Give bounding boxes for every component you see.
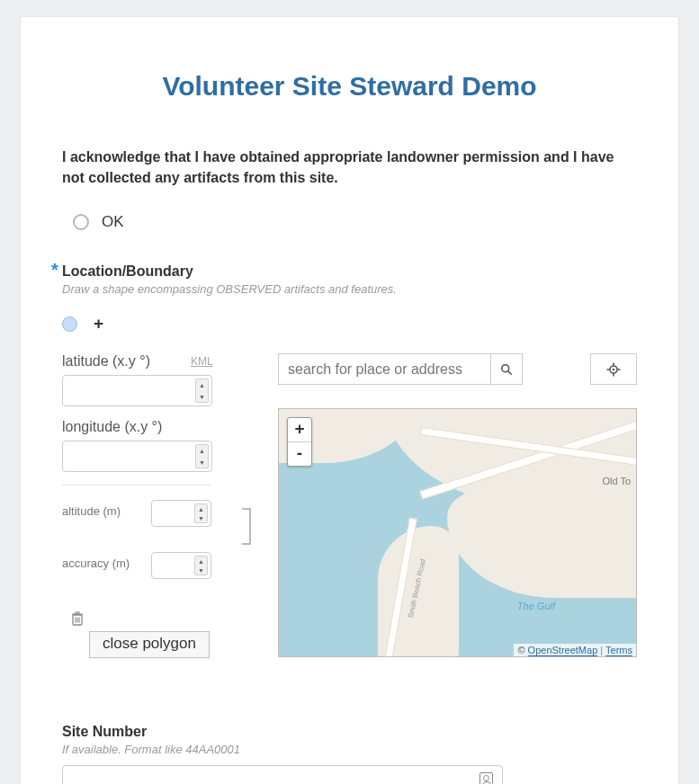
longitude-input[interactable]: ▲ ▼	[62, 441, 212, 472]
chevron-down-icon[interactable]: ▼	[196, 391, 208, 403]
polygon-actions: close polygon	[62, 610, 278, 658]
latitude-label: latitude (x.y °)	[62, 353, 278, 370]
stepper-icon[interactable]: ▲ ▼	[194, 503, 208, 523]
contact-card-icon[interactable]	[479, 772, 493, 784]
osm-link[interactable]: OpenStreetMap	[528, 645, 598, 656]
zoom-out-button[interactable]: -	[288, 441, 311, 466]
geolocate-button[interactable]	[590, 353, 637, 385]
attribution-prefix: ©	[517, 645, 527, 655]
search-box	[278, 353, 523, 385]
map-attribution: © OpenStreetMap | Terms	[514, 644, 636, 656]
acknowledgement-text: I acknowledge that I have obtained appro…	[62, 147, 637, 188]
altitude-input[interactable]: ▲ ▼	[151, 500, 211, 527]
bracket-icon	[242, 508, 251, 545]
site-number-section: Site Number If available. Format like 44…	[62, 724, 637, 784]
search-button[interactable]	[490, 354, 522, 384]
zoom-control: + -	[287, 417, 312, 467]
point-marker-icon[interactable]	[62, 316, 77, 332]
location-label: Location/Boundary	[62, 263, 637, 280]
chevron-up-icon[interactable]: ▲	[196, 379, 208, 391]
map-search-row	[278, 353, 637, 385]
site-number-hint: If available. Format like 44AA0001	[62, 743, 637, 756]
chevron-down-icon[interactable]: ▼	[196, 457, 208, 468]
radio-icon[interactable]	[73, 214, 89, 230]
zoom-in-button[interactable]: +	[288, 418, 311, 441]
chevron-up-icon[interactable]: ▲	[195, 557, 207, 566]
add-point-button[interactable]: +	[94, 314, 103, 334]
svg-line-7	[508, 371, 511, 374]
attribution-separator: |	[597, 645, 605, 655]
accuracy-label: accuracy (m)	[62, 557, 151, 570]
close-polygon-button[interactable]: close polygon	[89, 631, 210, 658]
site-number-label: Site Number	[62, 724, 637, 740]
kml-link[interactable]: KML	[191, 355, 213, 368]
svg-rect-5	[76, 612, 79, 614]
terms-link[interactable]: Terms	[605, 645, 632, 656]
point-list-row: +	[62, 314, 637, 334]
chevron-down-icon[interactable]: ▼	[195, 513, 207, 522]
radio-label: OK	[102, 213, 124, 231]
stepper-icon[interactable]: ▲ ▼	[195, 379, 209, 403]
site-number-input-wrap	[62, 765, 637, 784]
accuracy-row: accuracy (m) ▲ ▼	[62, 547, 278, 579]
page-title: Volunteer Site Steward Demo	[62, 71, 637, 102]
stepper-icon[interactable]: ▲ ▼	[194, 556, 208, 575]
location-body: KML latitude (x.y °) ▲ ▼ longitude (x.y …	[62, 353, 637, 686]
crosshair-icon	[606, 362, 621, 377]
form-card: Volunteer Site Steward Demo I acknowledg…	[20, 16, 679, 784]
map-column: Old To Smith Beach Road The Gulf + - © O…	[278, 353, 637, 657]
page: Volunteer Site Steward Demo I acknowledg…	[0, 0, 699, 784]
trash-icon[interactable]	[71, 611, 84, 626]
svg-point-9	[613, 369, 615, 371]
acknowledgement-option[interactable]: OK	[73, 213, 637, 231]
chevron-down-icon[interactable]: ▼	[195, 566, 207, 575]
chevron-up-icon[interactable]: ▲	[195, 504, 207, 513]
map-area-label: Old To	[602, 476, 631, 486]
location-section-header: * Location/Boundary Draw a shape encompa…	[62, 263, 637, 296]
divider	[62, 485, 211, 486]
map-water-label: The Gulf	[517, 601, 555, 611]
place-search-input[interactable]	[279, 354, 490, 384]
stepper-icon[interactable]: ▲ ▼	[195, 444, 209, 468]
coordinates-column: latitude (x.y °) ▲ ▼ longitude (x.y °) ▲…	[62, 353, 278, 658]
chevron-up-icon[interactable]: ▲	[196, 445, 208, 457]
site-number-input[interactable]	[62, 765, 503, 784]
required-star-icon: *	[51, 260, 58, 281]
location-hint: Draw a shape encompassing OBSERVED artif…	[62, 282, 637, 296]
map[interactable]: Old To Smith Beach Road The Gulf + - © O…	[278, 408, 637, 657]
search-icon	[500, 363, 513, 376]
accuracy-input[interactable]: ▲ ▼	[151, 552, 211, 579]
longitude-label: longitude (x.y °)	[62, 419, 278, 435]
map-tiles: Old To Smith Beach Road The Gulf	[279, 409, 636, 656]
altitude-label: altitude (m)	[62, 504, 151, 518]
latitude-input[interactable]: ▲ ▼	[62, 375, 212, 406]
